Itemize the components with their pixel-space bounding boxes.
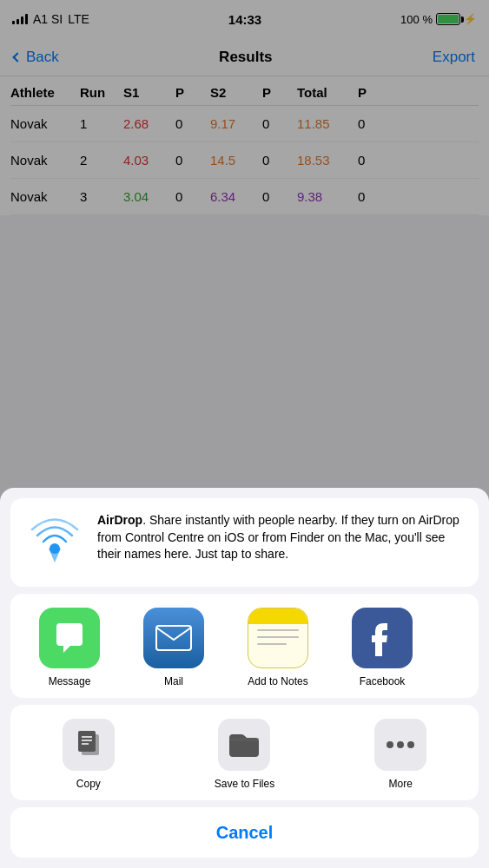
more-icon-svg bbox=[385, 740, 416, 750]
copy-icon bbox=[63, 719, 115, 771]
save-to-files-label: Save to Files bbox=[215, 778, 274, 790]
save-to-files-icon-svg bbox=[228, 731, 261, 759]
action-item-more[interactable]: More bbox=[340, 719, 461, 790]
notes-lines bbox=[257, 629, 299, 645]
action-item-save-to-files[interactable]: Save to Files bbox=[183, 719, 305, 790]
action-item-copy[interactable]: Copy bbox=[28, 719, 149, 790]
airdrop-desc-text: . Share instantly with people nearby. If… bbox=[97, 513, 459, 561]
notes-app-icon bbox=[248, 608, 308, 668]
svg-rect-1 bbox=[156, 626, 191, 650]
facebook-icon-svg bbox=[367, 620, 398, 656]
more-label: More bbox=[388, 778, 412, 790]
message-icon-svg bbox=[51, 620, 88, 656]
cancel-button[interactable]: Cancel bbox=[10, 807, 479, 858]
copy-icon-svg bbox=[75, 729, 102, 760]
message-label: Message bbox=[49, 675, 91, 687]
app-row-section: Message Mail bbox=[10, 594, 479, 698]
svg-point-7 bbox=[387, 741, 393, 748]
save-to-files-icon bbox=[218, 719, 270, 771]
app-item-message[interactable]: Message bbox=[17, 608, 122, 687]
cancel-section: Cancel bbox=[10, 807, 479, 858]
mail-icon-svg bbox=[155, 624, 193, 652]
app-item-notes[interactable]: Add to Notes bbox=[226, 608, 330, 687]
copy-label: Copy bbox=[76, 778, 101, 790]
app-item-mail[interactable]: Mail bbox=[122, 608, 226, 687]
mail-app-icon bbox=[143, 608, 204, 668]
svg-rect-3 bbox=[78, 731, 96, 752]
svg-point-8 bbox=[397, 741, 404, 748]
app-item-facebook[interactable]: Facebook bbox=[330, 608, 434, 687]
airdrop-description: AirDrop. Share instantly with people nea… bbox=[97, 512, 465, 563]
airdrop-icon bbox=[24, 512, 85, 573]
facebook-app-icon bbox=[352, 608, 413, 668]
airdrop-section[interactable]: AirDrop. Share instantly with people nea… bbox=[10, 498, 479, 587]
app-row: Message Mail bbox=[17, 608, 472, 687]
share-sheet: AirDrop. Share instantly with people nea… bbox=[0, 488, 489, 868]
airdrop-title: AirDrop bbox=[97, 513, 142, 527]
svg-point-9 bbox=[407, 741, 414, 748]
message-app-icon bbox=[39, 608, 100, 668]
mail-label: Mail bbox=[164, 675, 183, 687]
notes-top-strip bbox=[248, 608, 307, 624]
more-icon bbox=[374, 719, 426, 771]
airdrop-svg bbox=[24, 512, 85, 573]
notes-label: Add to Notes bbox=[248, 675, 307, 687]
facebook-label: Facebook bbox=[360, 675, 406, 687]
action-row-section: Copy Save to Files bbox=[10, 705, 479, 800]
